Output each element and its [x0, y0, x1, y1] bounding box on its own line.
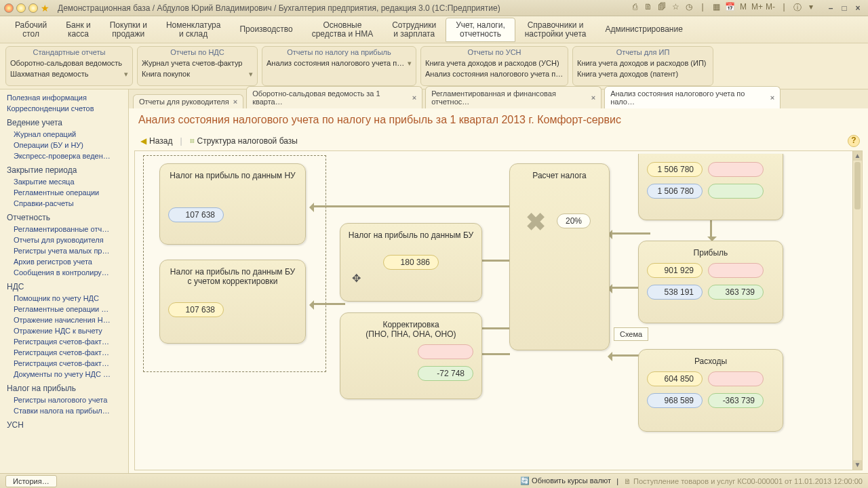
- scheme-label[interactable]: Схема: [614, 327, 648, 341]
- ribbon-item[interactable]: Книга учета доходов (патент): [577, 68, 709, 79]
- m-icon[interactable]: M: [738, 2, 749, 14]
- menu-item[interactable]: Учет, налоги, отчетность: [446, 18, 515, 42]
- sidebar-link[interactable]: Отражение НДС к вычету: [0, 325, 128, 336]
- tab-label: Оборотно-сальдовая ведомость за 1 кварта…: [252, 89, 408, 106]
- close-icon[interactable]: ×: [591, 94, 595, 102]
- sidebar-link[interactable]: Операции (БУ и НУ): [0, 140, 128, 150]
- sys-btn[interactable]: [16, 3, 26, 13]
- menu-item[interactable]: Покупки и продажи: [100, 18, 157, 41]
- sidebar-link[interactable]: Регистрация счетов-факт…: [0, 358, 128, 369]
- vertical-scrollbar[interactable]: ▲ ▼: [852, 151, 862, 470]
- ribbon-group-title: Отчеты по УСН: [425, 48, 564, 56]
- menu-item[interactable]: Производство: [230, 22, 302, 37]
- print-icon[interactable]: ⎙: [629, 2, 640, 14]
- doc-tab[interactable]: Регламентированная и финансовая отчетнос…: [425, 86, 601, 108]
- ribbon-item[interactable]: Книга учета доходов и расходов (УСН): [425, 58, 564, 68]
- scroll-down-icon[interactable]: ▼: [853, 460, 862, 470]
- info-icon[interactable]: ⓘ: [792, 2, 803, 14]
- sidebar-link[interactable]: Помощник по учету НДС: [0, 293, 128, 304]
- node-profit[interactable]: Прибыль 901 929 538 191363 739: [638, 241, 783, 323]
- maximize-icon[interactable]: □: [838, 3, 850, 13]
- doc-tab[interactable]: Отчеты для руководителя×: [133, 94, 243, 108]
- sidebar-link[interactable]: Корреспонденции счетов: [0, 103, 128, 114]
- node-tax-bu[interactable]: Налог на прибыль по данным БУ 180 386: [340, 223, 482, 302]
- ribbon-item[interactable]: Журнал учета счетов-фактур: [142, 58, 253, 68]
- back-button[interactable]: ◀Назад: [137, 134, 176, 148]
- sidebar-link[interactable]: Регламентные операции …: [0, 304, 128, 314]
- value-pill: 1 506 780: [647, 184, 703, 199]
- diagram-canvas[interactable]: Налог на прибыль по данным НУ 107 638 На…: [134, 150, 863, 470]
- sidebar-link[interactable]: Закрытие месяца: [0, 176, 128, 187]
- sidebar-link[interactable]: Полезная информация: [0, 92, 128, 103]
- sidebar-link[interactable]: Сообщения в контролиру…: [0, 267, 128, 278]
- clock-icon[interactable]: ◷: [684, 2, 694, 14]
- ribbon-item[interactable]: Шахматная ведомость: [10, 68, 128, 79]
- node-calc[interactable]: Расчет налога: [509, 163, 610, 350]
- menu-item[interactable]: Сотрудники и зарплата: [382, 18, 446, 41]
- scroll-up-icon[interactable]: ▲: [853, 151, 862, 161]
- close-icon[interactable]: ×: [412, 94, 416, 102]
- scroll-thumb[interactable]: [854, 162, 861, 209]
- node-correction[interactable]: Корректировка (ПНО, ПНА, ОНА, ОНО) -72 7…: [340, 312, 482, 399]
- sidebar-link[interactable]: Регистрация счетов-факт…: [0, 347, 128, 358]
- close-icon[interactable]: ×: [233, 98, 237, 106]
- menu-item[interactable]: Администрирование: [595, 22, 692, 37]
- ribbon-item[interactable]: Анализ состояния налогового учета п…: [425, 68, 564, 79]
- doc-icon[interactable]: 🗎: [643, 2, 654, 14]
- menu-item[interactable]: Основные средства и НМА: [302, 18, 383, 41]
- sidebar-link[interactable]: Регламентированные отч…: [0, 224, 128, 235]
- calc-icon[interactable]: ▦: [711, 2, 722, 14]
- mminus-icon[interactable]: M-: [765, 2, 776, 14]
- sidebar-link[interactable]: Регламентные операции: [0, 187, 128, 198]
- doc-tab[interactable]: Анализ состояния налогового учета по нал…: [604, 86, 781, 108]
- sidebar-link[interactable]: Отражение начисления Н…: [0, 314, 128, 325]
- value-pill: 180 386: [383, 255, 439, 270]
- sidebar-link[interactable]: Регистрация счетов-факт…: [0, 336, 128, 347]
- node-expenses[interactable]: Расходы 604 850 968 589-363 739: [638, 349, 783, 432]
- value-pill: 968 589: [647, 393, 703, 408]
- favorite-icon[interactable]: ★: [41, 3, 50, 14]
- ribbon-item[interactable]: Оборотно-сальдовая ведомость: [10, 58, 128, 68]
- node-income[interactable]: 1 506 780 1 506 780: [638, 154, 783, 220]
- doc-tab[interactable]: Оборотно-сальдовая ведомость за 1 кварта…: [246, 86, 422, 108]
- content-area: Отчеты для руководителя×Оборотно-сальдов…: [129, 89, 868, 473]
- sidebar-link[interactable]: Экспресс-проверка веден…: [0, 150, 128, 161]
- node-title: Расходы: [646, 357, 776, 366]
- node-tax-bu-adj[interactable]: Налог на прибыль по данным БУ с учетом к…: [159, 260, 306, 344]
- node-title: Налог на прибыль по данным БУ с учетом к…: [167, 267, 298, 286]
- status-left[interactable]: 🔄 Обновить курсы валют: [520, 476, 611, 485]
- clip-icon[interactable]: 🗐: [656, 2, 667, 14]
- node-title: Налог на прибыль по данным БУ: [347, 230, 475, 240]
- mplus-icon[interactable]: M+: [751, 2, 762, 14]
- sidebar-section: Налог на прибыль: [0, 380, 128, 394]
- star-icon[interactable]: ☆: [670, 2, 681, 14]
- dd-icon[interactable]: ▾: [806, 2, 816, 14]
- window-title: Демонстрационная база / Абдулов Юрий Вла…: [58, 3, 627, 13]
- close-icon[interactable]: ×: [852, 3, 864, 13]
- sidebar-link[interactable]: Ставки налога на прибыл…: [0, 405, 128, 416]
- sys-btn[interactable]: [28, 3, 38, 13]
- history-button[interactable]: История…: [5, 475, 57, 487]
- menu-item[interactable]: Банк и касса: [56, 18, 100, 41]
- ribbon-item[interactable]: Книга учета доходов и расходов (ИП): [577, 58, 709, 68]
- structure-button[interactable]: ⌗Структура налоговой базы: [186, 134, 301, 148]
- menu-item[interactable]: Номенклатура и склад: [157, 18, 231, 41]
- menu-item[interactable]: Рабочий стол: [5, 18, 56, 41]
- help-icon[interactable]: ?: [848, 135, 860, 147]
- ribbon-item[interactable]: Анализ состояния налогового учета п…: [267, 58, 412, 68]
- sys-btn[interactable]: [4, 3, 14, 13]
- status-right[interactable]: 🗎 Поступление товаров и услуг КС00-00000…: [624, 477, 863, 485]
- sidebar-link[interactable]: Журнал операций: [0, 129, 128, 140]
- ribbon-item[interactable]: Книга покупок: [142, 68, 253, 79]
- sidebar-link[interactable]: Регистры налогового учета: [0, 394, 128, 405]
- sidebar-link[interactable]: Документы по учету НДС …: [0, 369, 128, 380]
- close-icon[interactable]: ×: [770, 94, 774, 102]
- sidebar-link[interactable]: Архив регистров учета: [0, 256, 128, 267]
- sidebar-link[interactable]: Отчеты для руководителя: [0, 235, 128, 245]
- node-tax-nu[interactable]: Налог на прибыль по данным НУ 107 638: [159, 163, 306, 245]
- sidebar-link[interactable]: Справки-расчеты: [0, 198, 128, 209]
- cal-icon[interactable]: 📅: [724, 2, 735, 14]
- sidebar-link[interactable]: Регистры учета малых пр…: [0, 245, 128, 256]
- minimize-icon[interactable]: –: [825, 3, 837, 13]
- menu-item[interactable]: Справочники и настройки учета: [515, 18, 596, 41]
